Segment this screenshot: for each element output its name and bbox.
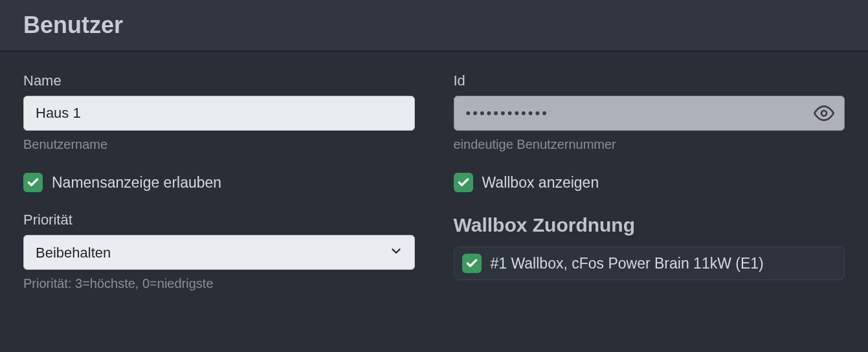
priority-group: Priorität Beibehalten Priorität: 3=höchs… [23, 212, 415, 291]
wallbox-assignment-checkbox[interactable] [462, 254, 482, 273]
left-column: Name Benutzername Namensanzeige erlauben… [23, 72, 415, 291]
wallbox-assignment-label: #1 Wallbox, cFos Power Brain 11kW (E1) [491, 255, 764, 272]
check-icon [457, 176, 470, 189]
right-column: Id eindeutige Benutzernummer Wallbox anz… [454, 72, 845, 291]
id-input[interactable] [454, 96, 845, 131]
show-wallbox-label: Wallbox anzeigen [482, 174, 599, 192]
show-wallbox-row: Wallbox anzeigen [454, 173, 845, 192]
wallbox-assignment-heading: Wallbox Zuordnung [454, 214, 845, 236]
svg-point-0 [821, 111, 827, 116]
id-help: eindeutige Benutzernummer [454, 137, 845, 152]
priority-label: Priorität [23, 212, 415, 228]
allow-name-display-row: Namensanzeige erlauben [23, 173, 415, 192]
id-label: Id [454, 72, 845, 89]
id-input-wrap [454, 96, 845, 131]
check-icon [465, 257, 478, 270]
priority-select-wrap: Beibehalten [23, 235, 415, 270]
name-input[interactable] [23, 96, 415, 131]
name-label: Name [23, 72, 415, 89]
panel-header: Benutzer [0, 0, 868, 52]
name-help: Benutzername [23, 137, 415, 152]
eye-icon [814, 103, 834, 124]
show-wallbox-checkbox[interactable] [454, 173, 473, 192]
panel-title: Benutzer [23, 12, 845, 39]
priority-select[interactable]: Beibehalten [23, 235, 415, 270]
check-icon [27, 176, 39, 189]
toggle-visibility-button[interactable] [812, 102, 836, 125]
allow-name-display-checkbox[interactable] [23, 173, 43, 192]
panel-body: Name Benutzername Namensanzeige erlauben… [0, 52, 868, 298]
wallbox-assignment-row: #1 Wallbox, cFos Power Brain 11kW (E1) [454, 247, 845, 280]
priority-help: Priorität: 3=höchste, 0=niedrigste [23, 276, 415, 291]
allow-name-display-label: Namensanzeige erlauben [52, 174, 221, 192]
